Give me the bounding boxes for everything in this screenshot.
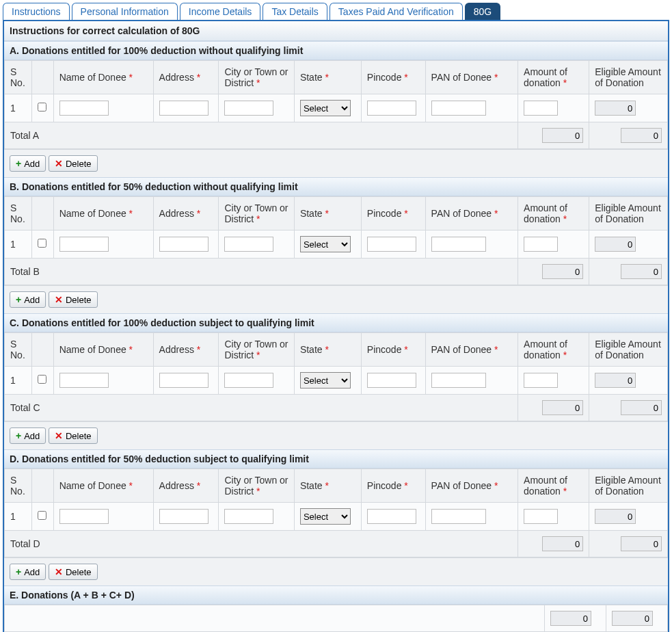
col-donee: Name of Donee * <box>53 61 153 94</box>
amount-input[interactable] <box>524 101 558 116</box>
row-select-checkbox[interactable] <box>38 239 46 248</box>
state-select[interactable]: Select <box>300 100 351 116</box>
donee-input[interactable] <box>59 101 109 116</box>
section-a-buttons: +Add ✕Delete <box>4 149 668 177</box>
pincode-input[interactable] <box>367 101 416 116</box>
delete-button[interactable]: ✕Delete <box>49 155 98 172</box>
section-c-heading: C. Donations entitled for 100% deduction… <box>4 313 668 332</box>
section-e-table <box>4 605 668 632</box>
total-a-eligible <box>621 128 662 143</box>
total-c-amount <box>542 400 583 415</box>
col-pincode: Pincode * <box>361 61 425 94</box>
amount-input[interactable] <box>524 237 558 252</box>
total-a-label: Total A <box>5 122 518 149</box>
amount-input[interactable] <box>524 373 558 388</box>
section-b-buttons: +Add ✕Delete <box>4 285 668 313</box>
table-header-row: S No. Name of Donee * Address * City or … <box>5 61 668 94</box>
plus-icon: + <box>16 430 21 441</box>
total-row: Total B <box>5 259 668 285</box>
col-address: Address * <box>153 61 219 94</box>
plus-icon: + <box>16 158 21 169</box>
total-e-eligible <box>612 611 653 626</box>
table-header-row: S No. Name of Donee * Address * City or … <box>5 469 668 503</box>
state-select[interactable]: Select <box>300 372 351 389</box>
table-row: 1 Select <box>5 231 668 259</box>
total-b-amount <box>542 264 583 279</box>
x-icon: ✕ <box>55 566 63 577</box>
col-amount: Amount of donation * <box>518 61 589 94</box>
eligible-output <box>595 373 636 388</box>
table-header-row: S No. Name of Donee * Address * City or … <box>5 197 668 231</box>
plus-icon: + <box>16 566 21 577</box>
add-button[interactable]: +Add <box>10 427 46 444</box>
pan-input[interactable] <box>431 373 486 388</box>
tab-80g[interactable]: 80G <box>465 3 500 20</box>
section-c-buttons: +Add ✕Delete <box>4 421 668 449</box>
tab-personal-information[interactable]: Personal Information <box>72 3 178 20</box>
delete-button[interactable]: ✕Delete <box>49 427 98 444</box>
tab-instructions[interactable]: Instructions <box>3 3 70 20</box>
section-b-heading: B. Donations entitled for 50% deduction … <box>4 177 668 196</box>
donee-input[interactable] <box>59 509 109 524</box>
add-button[interactable]: +Add <box>10 291 46 308</box>
x-icon: ✕ <box>55 158 63 169</box>
row-number: 1 <box>5 94 32 122</box>
address-input[interactable] <box>159 101 209 116</box>
pan-input[interactable] <box>431 509 486 524</box>
state-select[interactable]: Select <box>300 508 351 525</box>
amount-input[interactable] <box>524 509 558 524</box>
total-e-amount <box>550 611 591 626</box>
tab-taxes-paid-verification[interactable]: Taxes Paid And Verification <box>330 3 463 20</box>
plus-icon: + <box>16 294 21 305</box>
address-input[interactable] <box>159 237 209 252</box>
add-button[interactable]: +Add <box>10 155 46 172</box>
donee-input[interactable] <box>59 237 109 252</box>
total-d-amount <box>542 536 583 551</box>
col-select <box>32 61 53 94</box>
x-icon: ✕ <box>55 294 63 305</box>
city-input[interactable] <box>224 237 273 252</box>
total-a-amount <box>542 128 583 143</box>
eligible-output <box>595 237 636 252</box>
x-icon: ✕ <box>55 430 63 441</box>
table-header-row: S No. Name of Donee * Address * City or … <box>5 333 668 367</box>
city-input[interactable] <box>224 373 273 388</box>
pincode-input[interactable] <box>367 509 416 524</box>
table-row <box>5 605 668 632</box>
city-input[interactable] <box>224 101 273 116</box>
add-button[interactable]: +Add <box>10 564 46 580</box>
address-input[interactable] <box>159 509 209 524</box>
section-c-table: S No. Name of Donee * Address * City or … <box>4 332 668 421</box>
tab-tax-details[interactable]: Tax Details <box>263 3 327 20</box>
section-a-heading: A. Donations entitled for 100% deduction… <box>4 41 668 60</box>
panel-80g: Instructions for correct calculation of … <box>3 20 669 632</box>
row-select-checkbox[interactable] <box>38 375 46 384</box>
total-row: Total D <box>5 531 668 557</box>
tab-bar: Instructions Personal Information Income… <box>3 3 669 20</box>
delete-button[interactable]: ✕Delete <box>49 564 98 580</box>
city-input[interactable] <box>224 509 273 524</box>
state-select[interactable]: Select <box>300 236 351 252</box>
tab-income-details[interactable]: Income Details <box>180 3 261 20</box>
donee-input[interactable] <box>59 373 109 388</box>
row-select-checkbox[interactable] <box>38 511 46 520</box>
page-title: Instructions for correct calculation of … <box>4 21 668 41</box>
delete-button[interactable]: ✕Delete <box>49 291 98 308</box>
col-pan: PAN of Donee * <box>425 61 518 94</box>
row-select-checkbox[interactable] <box>38 103 46 111</box>
pan-input[interactable] <box>431 101 486 116</box>
pincode-input[interactable] <box>367 373 416 388</box>
col-sno: S No. <box>5 61 32 94</box>
section-d-buttons: +Add ✕Delete <box>4 557 668 585</box>
col-city: City or Town or District * <box>219 61 294 94</box>
eligible-output <box>595 101 636 116</box>
section-b-table: S No. Name of Donee * Address * City or … <box>4 196 668 285</box>
table-row: 1 Select <box>5 94 668 122</box>
address-input[interactable] <box>159 373 209 388</box>
pincode-input[interactable] <box>367 237 416 252</box>
total-c-eligible <box>621 400 662 415</box>
eligible-output <box>595 509 636 524</box>
total-row: Total A <box>5 122 668 149</box>
pan-input[interactable] <box>431 237 486 252</box>
total-row: Total C <box>5 395 668 421</box>
